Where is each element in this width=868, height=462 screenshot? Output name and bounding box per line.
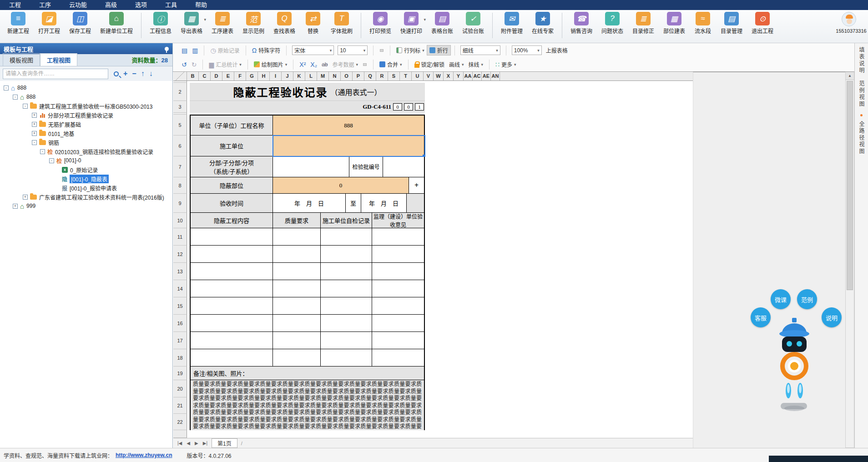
- row-header[interactable]: 5: [173, 115, 187, 136]
- add-row-button[interactable]: +: [409, 177, 425, 194]
- wrap-button[interactable]: 折行: [427, 45, 451, 55]
- search-icon[interactable]: [114, 71, 119, 76]
- tree-item-rebar-record[interactable]: -检02010203_钢筋连接检验批质量验收记录: [0, 147, 172, 156]
- code-box[interactable]: 0: [404, 103, 413, 110]
- summary-stats-button[interactable]: ▆汇总统计▾: [207, 60, 243, 69]
- time-start-value[interactable]: 年 月 日: [273, 194, 346, 213]
- issue-status-button[interactable]: ? 问题状态: [597, 12, 628, 35]
- tab-full-path-view[interactable]: 全路径视图: [858, 121, 865, 155]
- chevron-down-icon[interactable]: ▾: [424, 17, 426, 22]
- first-page-button[interactable]: |◀: [175, 441, 184, 446]
- form-title-cell[interactable]: 隐蔽工程验收记录 （通用表式一）: [190, 83, 425, 101]
- copy-button[interactable]: ▤: [179, 46, 190, 55]
- export-table-button[interactable]: ▦ 导出表格 ▾: [176, 12, 207, 35]
- remove-icon[interactable]: −: [132, 70, 136, 78]
- tree-item-unit-888[interactable]: -⌂888: [0, 92, 172, 101]
- zhuye-website-link[interactable]: http://www.zhuyew.cn: [116, 452, 172, 458]
- merge-button[interactable]: 合并▾: [377, 60, 404, 69]
- prev-page-button[interactable]: ◀: [184, 441, 192, 446]
- tree-item-root-888[interactable]: -⌂888: [0, 83, 172, 92]
- strikethrough-button[interactable]: ab: [319, 60, 330, 69]
- menu-tools[interactable]: 工具: [156, 0, 186, 10]
- row-header[interactable]: 7: [173, 156, 187, 177]
- sheet-tab-page1[interactable]: 第1页: [212, 438, 237, 448]
- draw-line-button[interactable]: 画线▾: [447, 60, 466, 69]
- tree-item-0101-ground[interactable]: +0101_地基: [0, 129, 172, 138]
- undo-button[interactable]: ↺: [179, 60, 189, 69]
- erase-line-button[interactable]: 抹线▾: [466, 60, 485, 69]
- division-value[interactable]: [273, 156, 349, 177]
- bubble-micro-course[interactable]: 微课: [771, 289, 791, 309]
- tab-fill-instructions[interactable]: 填表说明: [858, 47, 865, 74]
- find-table-button[interactable]: Q 查找表格: [269, 12, 300, 35]
- move-down-icon[interactable]: ↓: [149, 70, 153, 78]
- online-expert-button[interactable]: ★ 在线专家: [527, 12, 558, 35]
- tree-item-999[interactable]: +⌂999: [0, 201, 172, 211]
- move-up-icon[interactable]: ↑: [141, 70, 145, 78]
- test-ledger-button[interactable]: ✓ 试验台账: [458, 12, 489, 35]
- user-avatar[interactable]: [842, 12, 856, 26]
- vertical-scrollbar[interactable]: ▲: [845, 72, 854, 448]
- catalog-fix-button[interactable]: ≣ 目录修正: [628, 12, 659, 35]
- tree-item-hidden-table-selected[interactable]: 隐[001]-0_隐蔽表: [0, 174, 172, 183]
- add-icon[interactable]: +: [123, 70, 127, 78]
- code-box[interactable]: 1: [415, 103, 424, 110]
- exit-project-button[interactable]: ⊙ 退出工程: [747, 12, 778, 35]
- next-page-button[interactable]: ▶: [192, 441, 201, 446]
- new-project-button[interactable]: ≡ 新建工程: [3, 12, 34, 35]
- menu-advanced[interactable]: 高级: [96, 0, 126, 10]
- row-header[interactable]: 8: [173, 177, 187, 194]
- search-input[interactable]: [3, 69, 108, 79]
- builder-value-selected-cell[interactable]: [273, 136, 425, 156]
- replace-button[interactable]: ⇄ 替换: [300, 12, 326, 35]
- lock-unlock-button[interactable]: 锁定/解锁: [412, 60, 447, 69]
- time-end-value[interactable]: 年 月 日: [361, 194, 407, 213]
- last-page-button[interactable]: ▶|: [201, 441, 210, 446]
- superscript-button[interactable]: X²: [297, 60, 308, 69]
- batch-number-value[interactable]: [383, 156, 425, 177]
- bubble-example[interactable]: 范例: [797, 289, 817, 309]
- tree-item-rebar[interactable]: -钢筋: [0, 138, 172, 147]
- process-build-table-button[interactable]: ≣ 工序建表: [207, 12, 238, 35]
- tree-item-original-record[interactable]: x0_原始记录: [0, 165, 172, 174]
- tab-example-view[interactable]: 范例视图: [858, 80, 865, 108]
- rowcol-header-button[interactable]: 行列标▾: [394, 45, 427, 55]
- row-header[interactable]: 10: [173, 213, 187, 228]
- menu-options[interactable]: 选项: [126, 0, 156, 10]
- scrollbar-thumb[interactable]: [847, 81, 853, 290]
- project-info-button[interactable]: ⓘ 工程信息: [145, 12, 176, 35]
- halign-center-button[interactable]: [363, 63, 367, 66]
- font-batch-button[interactable]: T 字体批刷: [326, 12, 357, 35]
- print-preview-button[interactable]: ◉ 打印预览: [365, 12, 396, 35]
- table-ledger-button[interactable]: ▤ 表格台账: [427, 12, 458, 35]
- redo-button[interactable]: ↻: [189, 60, 199, 69]
- quick-print-button[interactable]: ▣ 快速打印 ▾: [396, 12, 427, 35]
- special-char-button[interactable]: Ω特殊字符: [250, 45, 283, 55]
- unit-name-value[interactable]: 888: [273, 115, 425, 136]
- catalog-manage-button[interactable]: ▤ 目录管理: [716, 12, 747, 35]
- valign-bottom-button[interactable]: [384, 50, 386, 51]
- tree-item-guangdong-2016[interactable]: +广东省建筑工程竣工验收技术资料统一用表(2016版): [0, 192, 172, 201]
- code-box[interactable]: 0: [393, 103, 402, 110]
- valign-middle-button[interactable]: [380, 49, 384, 52]
- menu-help[interactable]: 帮助: [186, 0, 216, 10]
- menu-project[interactable]: 工程: [0, 0, 30, 10]
- form-code-cell[interactable]: GD-C4-611 0 0 1: [190, 101, 425, 113]
- font-name-select[interactable]: 宋体▾: [292, 45, 334, 55]
- tree-item-quality-record[interactable]: +分部分项工程质量验收记录: [0, 110, 172, 120]
- bubble-help[interactable]: 说明: [822, 307, 842, 327]
- tree-item-gb50300[interactable]: -建筑工程施工质量验收统一标准GB50300-2013: [0, 101, 172, 110]
- pin-icon[interactable]: [165, 47, 169, 51]
- subscript-button[interactable]: X₂: [308, 60, 319, 69]
- bubble-customer-service[interactable]: 客服: [751, 307, 771, 327]
- new-unit-project-button[interactable]: ⌂ 新建单位工程: [96, 12, 137, 35]
- menu-process[interactable]: 工序: [30, 0, 60, 10]
- tab-project-view[interactable]: 工程视图: [40, 53, 77, 66]
- row-header[interactable]: 2: [173, 83, 187, 101]
- more-button[interactable]: ∷更多▾: [493, 60, 518, 69]
- tree-item-inspection-apply[interactable]: 报[001]-0_报验申请表: [0, 183, 172, 192]
- zoom-select[interactable]: 100%▾: [512, 45, 542, 55]
- tree-item-001-0[interactable]: -检[001]-0: [0, 156, 172, 165]
- scroll-up-icon[interactable]: ▲: [846, 72, 854, 80]
- hidden-part-value[interactable]: 0: [273, 177, 409, 194]
